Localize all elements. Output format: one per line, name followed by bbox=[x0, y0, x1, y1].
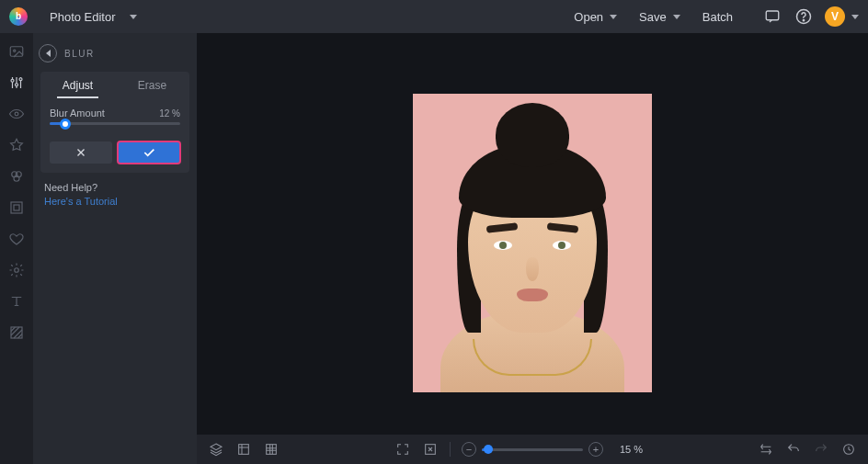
tab-adjust-label: Adjust bbox=[63, 79, 93, 92]
svg-rect-17 bbox=[267, 445, 277, 455]
chevron-down-icon bbox=[610, 15, 617, 19]
chevron-down-icon bbox=[673, 15, 680, 19]
zoom-value: 15 % bbox=[620, 444, 643, 455]
slider-thumb[interactable] bbox=[60, 119, 71, 130]
canvas-area: − + 15 % bbox=[197, 33, 868, 464]
svg-point-6 bbox=[16, 84, 18, 86]
frame-tool-icon[interactable] bbox=[7, 198, 26, 217]
visibility-tool-icon[interactable] bbox=[7, 105, 26, 123]
grid-icon[interactable] bbox=[263, 441, 280, 458]
cancel-button[interactable] bbox=[50, 141, 112, 164]
fit-screen-icon[interactable] bbox=[394, 441, 411, 458]
gear-tool-icon[interactable] bbox=[7, 261, 26, 279]
canvas-image[interactable] bbox=[413, 94, 652, 392]
tutorial-link[interactable]: Here's a Tutorial bbox=[44, 196, 186, 207]
open-label: Open bbox=[574, 10, 603, 24]
bottom-bar: − + 15 % bbox=[197, 435, 868, 464]
svg-rect-0 bbox=[766, 11, 779, 20]
blur-panel-card: Adjust Erase Blur Amount 12 % bbox=[40, 72, 189, 173]
side-panel: BLUR Adjust Erase Blur Amount 12 % bbox=[33, 33, 197, 464]
svg-point-5 bbox=[11, 79, 14, 82]
batch-label: Batch bbox=[702, 10, 733, 24]
avatar-initial: V bbox=[831, 10, 839, 23]
compare-icon[interactable] bbox=[758, 441, 774, 458]
app-title-dropdown[interactable]: Photo Editor bbox=[39, 5, 148, 29]
apply-button[interactable] bbox=[118, 141, 180, 164]
svg-rect-15 bbox=[11, 327, 22, 338]
redo-icon[interactable] bbox=[813, 441, 829, 458]
svg-rect-16 bbox=[239, 445, 249, 455]
feedback-icon[interactable] bbox=[762, 6, 782, 27]
zoom-slider[interactable]: − + bbox=[462, 442, 603, 457]
app-logo[interactable]: b bbox=[9, 7, 28, 26]
account-menu[interactable]: V bbox=[825, 6, 859, 27]
svg-point-8 bbox=[15, 112, 18, 116]
blur-amount-label: Blur Amount bbox=[50, 108, 105, 119]
app-title-label: Photo Editor bbox=[50, 10, 116, 24]
back-button[interactable] bbox=[39, 44, 57, 62]
heart-tool-icon[interactable] bbox=[7, 230, 26, 248]
close-icon bbox=[74, 146, 87, 159]
svg-point-4 bbox=[14, 50, 16, 51]
zoom-thumb[interactable] bbox=[484, 445, 493, 454]
help-title: Need Help? bbox=[44, 182, 186, 193]
layers-icon[interactable] bbox=[208, 441, 224, 458]
history-icon[interactable] bbox=[840, 441, 857, 458]
svg-rect-12 bbox=[11, 202, 22, 213]
open-button[interactable]: Open bbox=[563, 5, 628, 29]
zoom-in-button[interactable]: + bbox=[588, 442, 603, 457]
blur-amount-value: 12 % bbox=[159, 108, 180, 119]
save-label: Save bbox=[639, 10, 667, 24]
help-icon[interactable] bbox=[794, 6, 814, 27]
svg-point-2 bbox=[803, 20, 804, 21]
svg-point-7 bbox=[19, 78, 22, 81]
canvas-stage[interactable] bbox=[197, 33, 868, 435]
text-tool-icon[interactable] bbox=[7, 292, 26, 311]
avatar: V bbox=[825, 6, 845, 27]
svg-rect-13 bbox=[14, 205, 19, 210]
back-arrow-icon bbox=[46, 50, 51, 57]
actual-size-icon[interactable] bbox=[422, 441, 439, 458]
image-tool-icon[interactable] bbox=[7, 42, 26, 61]
texture-tool-icon[interactable] bbox=[7, 323, 26, 342]
tab-erase[interactable]: Erase bbox=[115, 72, 189, 98]
svg-point-14 bbox=[15, 268, 19, 273]
top-bar: b Photo Editor Open Save Batch V bbox=[0, 0, 868, 33]
chevron-down-icon bbox=[851, 15, 859, 19]
effects-tool-icon[interactable] bbox=[7, 167, 26, 186]
zoom-out-button[interactable]: − bbox=[462, 442, 476, 457]
adjust-tool-icon[interactable] bbox=[7, 74, 26, 92]
chevron-down-icon bbox=[130, 15, 137, 19]
tab-adjust[interactable]: Adjust bbox=[40, 72, 115, 98]
undo-icon[interactable] bbox=[785, 441, 802, 458]
batch-button[interactable]: Batch bbox=[691, 5, 744, 29]
blur-amount-slider[interactable] bbox=[40, 122, 189, 134]
canvas-resize-icon[interactable] bbox=[235, 441, 252, 458]
save-button[interactable]: Save bbox=[628, 5, 691, 29]
star-tool-icon[interactable] bbox=[7, 136, 26, 154]
check-icon bbox=[142, 145, 156, 160]
tab-erase-label: Erase bbox=[138, 79, 166, 92]
tool-strip bbox=[0, 33, 33, 464]
panel-title: BLUR bbox=[64, 49, 95, 59]
